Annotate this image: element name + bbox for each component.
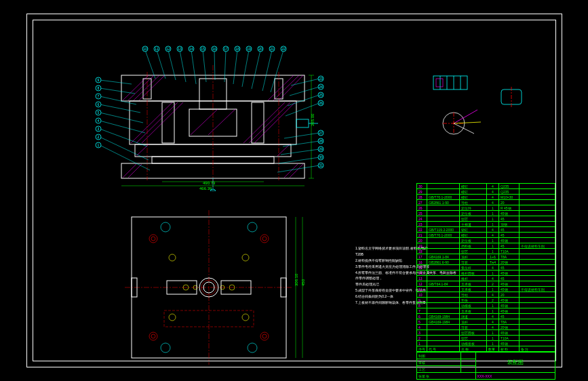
- bom-row: 19挡料板145不得进材料车削: [417, 243, 555, 249]
- svg-text:6: 6: [98, 102, 100, 106]
- svg-point-149: [151, 334, 155, 338]
- drawing-frame-outer: 265.00 490.73 466.39 9 8 7 6 5 4 3 2 1 1…: [26, 14, 562, 367]
- svg-line-69: [145, 50, 155, 79]
- svg-point-152: [169, 254, 176, 261]
- svg-line-102: [262, 50, 272, 91]
- svg-text:26: 26: [319, 101, 323, 105]
- svg-point-147: [262, 237, 267, 241]
- svg-line-27: [290, 164, 303, 178]
- svg-text:4: 4: [98, 119, 100, 123]
- svg-text:21: 21: [270, 47, 274, 51]
- svg-line-123: [283, 141, 319, 146]
- svg-line-126: [281, 149, 319, 155]
- bom-row: 13推杆445: [417, 276, 555, 281]
- svg-line-81: [191, 50, 196, 84]
- svg-text:20: 20: [258, 47, 262, 51]
- svg-line-51: [100, 104, 140, 113]
- bom-row: 17GB4169.1-84顶杆1+6T8A: [417, 254, 555, 260]
- bom-row: 14推杆固板145钢: [417, 270, 555, 276]
- svg-line-17: [279, 75, 303, 100]
- bom-row: 29螺钉4Q235: [417, 189, 555, 195]
- svg-text:30: 30: [319, 155, 323, 159]
- svg-line-84: [203, 50, 206, 82]
- svg-line-48: [100, 96, 136, 104]
- svg-line-18: [131, 102, 172, 143]
- bom-row: 5GB4169-1984顶杆4T8A: [417, 319, 555, 325]
- svg-text:19: 19: [247, 47, 251, 51]
- balloons-right: 23 24 25 26 27 28 29 30 31: [277, 76, 324, 172]
- svg-text:10: 10: [143, 47, 147, 51]
- titleblock: 30螺钉4Q23529螺钉4Q23528GB/T70.1-2000螺钉4M10×…: [416, 183, 555, 361]
- bom-row: 9垫块245钢: [417, 298, 555, 303]
- bom-row: 28GB/T70.1-2000螺钉4M10×30: [417, 195, 555, 200]
- svg-text:15: 15: [201, 47, 205, 51]
- svg-point-160: [161, 222, 170, 232]
- dim-section-height: 265.00: [311, 113, 315, 126]
- svg-text:28: 28: [319, 139, 323, 143]
- bom-row: 6GB4169-1984浇道445: [417, 314, 555, 319]
- svg-point-150: [260, 332, 269, 340]
- dim-plan-height: 450: [301, 279, 305, 286]
- svg-point-153: [242, 254, 249, 261]
- svg-text:14: 14: [189, 47, 193, 51]
- bom-row: 16GB2861.6-90导套Tw420钢: [417, 260, 555, 265]
- bom-row: 15复位杆445: [417, 265, 555, 270]
- svg-point-145: [151, 237, 155, 241]
- svg-point-151: [262, 334, 267, 338]
- svg-line-13: [134, 75, 159, 100]
- svg-rect-7: [162, 102, 174, 143]
- svg-text:3: 3: [98, 127, 100, 131]
- svg-point-155: [242, 314, 249, 321]
- bom-row: 24型芯145: [417, 216, 555, 222]
- svg-text:22: 22: [281, 47, 286, 51]
- dim-section-width-lower: 490.73: [203, 181, 216, 185]
- bom-row: 26定位环1R 45钢: [417, 205, 555, 211]
- bom-row: 8动模板145钢: [417, 303, 555, 308]
- svg-rect-35: [296, 119, 309, 127]
- svg-text:8: 8: [98, 86, 100, 90]
- svg-line-45: [100, 88, 135, 94]
- svg-text:7: 7: [98, 94, 100, 98]
- svg-text:29: 29: [319, 147, 323, 151]
- svg-line-129: [279, 157, 319, 163]
- bom-row: 3型芯固板145钢: [417, 330, 555, 336]
- svg-point-161: [248, 222, 257, 232]
- svg-line-25: [128, 164, 142, 178]
- title-info: 制图装配图 审核 工艺 张第 张XXX-XXX: [416, 352, 555, 380]
- svg-line-57: [100, 121, 145, 133]
- svg-text:13: 13: [178, 47, 182, 51]
- svg-rect-8: [252, 102, 264, 143]
- svg-text:25: 25: [319, 93, 323, 97]
- bom-row: 22GB/T119.2-2000销钉445: [417, 227, 555, 233]
- bom-row: 2型芯1T10A: [417, 336, 555, 341]
- svg-line-90: [224, 50, 226, 82]
- bom-row: 10导柱420: [417, 292, 555, 298]
- dim-plan-width: 306.10: [294, 273, 298, 286]
- svg-rect-176: [436, 79, 443, 87]
- svg-text:9: 9: [98, 78, 100, 82]
- svg-point-154: [169, 314, 176, 321]
- svg-line-24: [123, 164, 136, 178]
- svg-line-93: [233, 50, 237, 84]
- svg-line-63: [100, 137, 149, 160]
- svg-line-72: [157, 50, 165, 79]
- svg-line-22: [249, 102, 290, 143]
- svg-text:32: 32: [211, 190, 215, 191]
- svg-line-54: [100, 113, 143, 123]
- svg-text:23: 23: [319, 77, 323, 81]
- svg-text:18: 18: [235, 47, 239, 51]
- svg-line-132: [277, 165, 319, 172]
- bom-row: 27GB2861.1-90导柱420: [417, 200, 555, 205]
- svg-text:11: 11: [155, 47, 159, 51]
- svg-rect-171: [433, 76, 467, 89]
- svg-line-105: [271, 50, 283, 92]
- svg-line-108: [291, 79, 319, 85]
- svg-line-120: [284, 133, 319, 138]
- svg-line-16: [273, 75, 299, 100]
- svg-line-28: [191, 109, 218, 135]
- detail-view: [413, 69, 542, 144]
- svg-point-163: [248, 343, 257, 353]
- svg-text:24: 24: [319, 85, 323, 89]
- bom-row: 21GB/T70.1-2000螺钉445: [417, 233, 555, 238]
- svg-text:5: 5: [98, 111, 100, 115]
